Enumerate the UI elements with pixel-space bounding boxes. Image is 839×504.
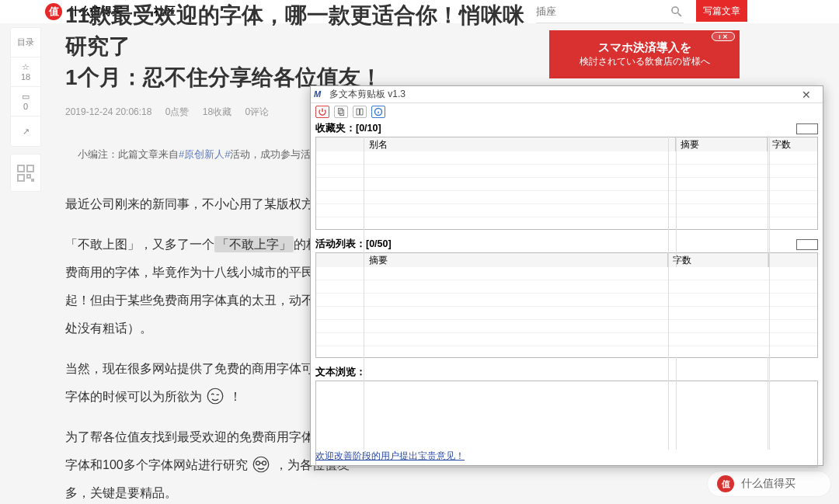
app-icon: M [314, 89, 325, 100]
preview-label: 文本浏览： [315, 366, 818, 379]
rail-toc[interactable]: 目录 [11, 28, 40, 57]
favorites-label: 收藏夹：[0/10] [315, 122, 818, 135]
window-title: 多文本剪贴板 v1.3 [329, 88, 793, 101]
favorites-grid[interactable]: 别名 摘要 字数 [315, 137, 818, 230]
activity-field[interactable] [796, 239, 818, 250]
svg-rect-0 [18, 165, 24, 172]
site-logo: 值 [45, 3, 62, 20]
paragraph: 多，关键是要精品。 [65, 481, 531, 504]
book-icon[interactable] [353, 106, 367, 118]
share-icon: ↗ [23, 127, 30, 137]
window-titlebar[interactable]: M 多文本剪贴板 v1.3 ✕ [311, 86, 823, 103]
left-rail: 目录 ☆ 18 ▭ 0 ↗ [10, 27, 41, 147]
search-box[interactable] [536, 0, 684, 23]
write-article-button[interactable]: 写篇文章 [696, 0, 747, 22]
star-icon: ☆ [22, 62, 30, 72]
search-input[interactable] [536, 5, 670, 17]
col-rowhead[interactable] [316, 137, 364, 151]
site-watermark: 值 什么值得买 [707, 471, 831, 497]
col-summary[interactable]: 摘要 [364, 253, 668, 267]
col-tail[interactable] [769, 253, 817, 267]
favorites-field[interactable] [796, 123, 818, 134]
col-chars[interactable]: 字数 [668, 253, 769, 267]
favorites-grid-header: 别名 摘要 字数 [316, 137, 817, 151]
svg-rect-4 [32, 179, 33, 181]
power-icon[interactable] [315, 106, 329, 118]
rail-like[interactable]: ☆ 18 [11, 57, 40, 87]
svg-rect-2 [18, 175, 24, 181]
meta-time: 2019-12-24 20:06:18 [65, 106, 151, 117]
activity-section: 活动列表：[0/50] 摘要 字数 [315, 238, 818, 358]
activity-grid-rows[interactable] [316, 267, 817, 357]
window-body: 收藏夹：[0/10] 别名 摘要 字数 活动列表：[0/50] [315, 122, 818, 450]
wink-emoji-icon [205, 386, 225, 406]
window-toolbar [311, 103, 823, 120]
rail-share[interactable]: ↗ [11, 116, 40, 146]
svg-point-8 [256, 461, 260, 465]
svg-point-6 [208, 388, 224, 404]
activity-grid-header: 摘要 字数 [316, 253, 817, 267]
col-summary[interactable]: 摘要 [676, 137, 768, 151]
article-title: 11款最受欢迎的字体，哪一款更适合你！悄咪咪研究了 1个月：忍不住分享给各位值友… [65, 0, 531, 93]
highlighted-text: 「不敢上字」 [214, 236, 294, 252]
qr-box[interactable] [10, 154, 41, 192]
info-icon[interactable] [371, 106, 385, 118]
col-rowhead[interactable] [316, 253, 364, 267]
svg-rect-1 [27, 165, 33, 172]
col-chars[interactable]: 字数 [768, 137, 817, 151]
comment-count: 0 [23, 102, 28, 111]
copy-icon[interactable] [334, 106, 348, 118]
favorites-section: 收藏夹：[0/10] 别名 摘要 字数 [315, 122, 818, 230]
svg-rect-3 [27, 175, 30, 178]
svg-point-9 [263, 461, 266, 465]
window-close-button[interactable]: ✕ [793, 89, 820, 101]
status-link[interactable]: 欢迎改善阶段的用户提出宝贵意见！ [315, 450, 465, 461]
glasses-emoji-icon [251, 454, 271, 474]
activity-label: 活动列表：[0/50] [315, 238, 818, 251]
ad-chip[interactable]: i ✕ [712, 32, 735, 41]
ad-line1: スマホ決済導入を [598, 40, 691, 55]
meta-favs: 18收藏 [203, 106, 232, 117]
search-icon[interactable] [670, 5, 684, 19]
meta-likes: 0点赞 [165, 106, 190, 117]
right-ad-banner[interactable]: i ✕ スマホ決済導入を 検討されている飲食店の皆様へ [549, 30, 740, 78]
watermark-logo: 值 [717, 475, 734, 492]
favorites-grid-rows[interactable] [316, 151, 817, 229]
svg-point-7 [253, 457, 269, 472]
app-window: M 多文本剪贴板 v1.3 ✕ 收藏夹：[0/10] 别名 摘要 [310, 85, 823, 466]
watermark-text: 什么值得买 [741, 477, 795, 491]
meta-comments: 0评论 [245, 106, 270, 117]
rail-comment[interactable]: ▭ 0 [11, 87, 40, 116]
note-tag-link[interactable]: #原创新人# [179, 148, 230, 160]
col-alias[interactable]: 别名 [364, 137, 676, 151]
window-statusbar: 欢迎改善阶段的用户提出宝贵意见！ [315, 450, 818, 463]
qr-icon [16, 164, 35, 182]
ad-line2: 検討されている飲食店の皆様へ [580, 55, 710, 68]
comment-icon: ▭ [22, 92, 30, 102]
like-count: 18 [21, 72, 30, 82]
activity-grid[interactable]: 摘要 字数 [315, 252, 818, 358]
